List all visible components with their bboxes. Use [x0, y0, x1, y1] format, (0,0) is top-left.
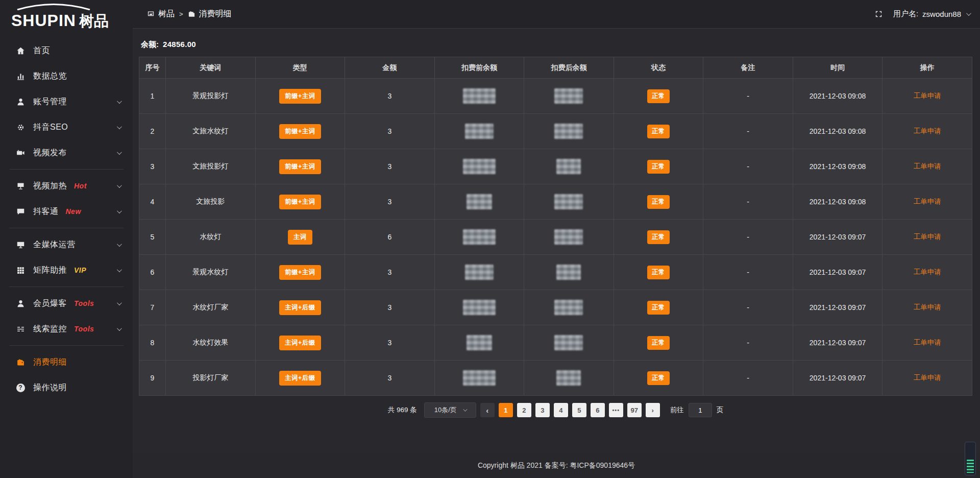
gear-icon [15, 123, 26, 132]
work-order-link[interactable]: 工单申请 [914, 268, 941, 276]
content: 余额:24856.00 序号 关键词 类型 金额 扣费前余额 扣费后余额 状态 … [133, 29, 980, 418]
type-badge: 前缀+主词 [279, 159, 321, 174]
prev-page-button[interactable]: ‹ [480, 403, 495, 417]
sidebar-item-consumption-details[interactable]: 消费明细 [0, 349, 133, 375]
work-order-link[interactable]: 工单申请 [914, 198, 941, 205]
page-button-6[interactable]: 6 [591, 403, 605, 417]
sidebar-item-video-heating[interactable]: 视频加热 Hot [0, 173, 133, 199]
work-order-link[interactable]: 工单申请 [914, 339, 941, 346]
cell-amount: 3 [345, 114, 435, 149]
status-badge: 正常 [647, 125, 670, 138]
breadcrumb-item-root[interactable]: 树品 [147, 9, 175, 19]
copyright-text: Copyright 树品 2021 备案号: 粤ICP备09019646号 [478, 461, 635, 470]
cell-remark: - [703, 255, 793, 290]
sidebar-divider [9, 228, 124, 228]
vip-badge: VIP [74, 266, 86, 274]
app-icon [147, 10, 155, 18]
sidebar-nav: 首页 数据总览 账号管理 抖音SEO 视频发布 [0, 33, 133, 400]
cell-action: 工单申请 [883, 114, 972, 149]
sidebar-item-instructions[interactable]: 操作说明 [0, 375, 133, 400]
bar-chart-icon [15, 72, 26, 81]
floating-widget[interactable] [965, 442, 976, 475]
cell-balance-before [434, 220, 524, 255]
page-size-select[interactable]: 10条/页 [424, 402, 476, 418]
sidebar-item-lead-monitoring[interactable]: 线索监控 Tools [0, 316, 133, 342]
cell-remark: - [703, 184, 793, 220]
work-order-link[interactable]: 工单申请 [914, 303, 941, 311]
work-order-link[interactable]: 工单申请 [914, 374, 941, 381]
redacted-value [465, 124, 494, 139]
work-order-link[interactable]: 工单申请 [914, 162, 941, 170]
breadcrumb-separator: > [179, 10, 183, 18]
cell-index: 9 [139, 361, 166, 396]
cell-action: 工单申请 [883, 184, 972, 220]
table-header-row: 序号 关键词 类型 金额 扣费前余额 扣费后余额 状态 备注 时间 操作 [139, 57, 972, 79]
wallet-icon [188, 10, 195, 18]
cell-index: 8 [139, 325, 166, 361]
cell-time: 2021-12-03 09:07 [793, 255, 883, 290]
page-button-5[interactable]: 5 [572, 403, 586, 417]
status-badge: 正常 [647, 266, 670, 279]
chevron-down-icon [117, 326, 122, 331]
sidebar-item-all-media-operation[interactable]: 全媒体运营 [0, 232, 133, 257]
cell-remark: - [703, 79, 793, 114]
cell-action: 工单申请 [883, 290, 972, 325]
cell-keyword: 文旅水纹灯 [166, 114, 256, 149]
cell-balance-before [434, 255, 524, 290]
cell-remark: - [703, 114, 793, 149]
more-pages-button[interactable]: ••• [609, 403, 623, 417]
breadcrumb-item-current: 消费明细 [188, 9, 232, 19]
sidebar-item-data-overview[interactable]: 数据总览 [0, 63, 133, 89]
pagination-total: 共 969 条 [388, 405, 417, 415]
sidebar: SHUPIN 树品 首页 数据总览 账号管理 抖音SEO [0, 0, 133, 478]
chevron-down-icon [117, 300, 122, 305]
goto-page-input[interactable] [689, 403, 712, 417]
sidebar-item-video-publish[interactable]: 视频发布 [0, 140, 133, 165]
fullscreen-icon[interactable] [874, 10, 883, 18]
work-order-link[interactable]: 工单申请 [914, 92, 941, 100]
user-menu[interactable]: 用户名: zswodun88 [893, 9, 970, 19]
cell-balance-before [434, 361, 524, 396]
page-button-3[interactable]: 3 [535, 403, 550, 417]
sidebar-item-label: 消费明细 [33, 357, 67, 368]
cell-index: 3 [139, 149, 166, 184]
redacted-value [554, 194, 583, 209]
page-size-value: 10条/页 [434, 405, 457, 415]
consumption-table: 序号 关键词 类型 金额 扣费前余额 扣费后余额 状态 备注 时间 操作 1 [139, 57, 972, 396]
redacted-value [463, 159, 496, 174]
work-order-link[interactable]: 工单申请 [914, 233, 941, 241]
cell-amount: 3 [345, 184, 435, 220]
monitor-icon [15, 241, 26, 249]
sidebar-item-member-burst[interactable]: 会员爆客 Tools [0, 291, 133, 316]
cell-keyword: 景观水纹灯 [166, 255, 256, 290]
next-page-button[interactable]: › [646, 403, 660, 417]
page-button-4[interactable]: 4 [554, 403, 568, 417]
pagination: 共 969 条 10条/页 ‹ 1 2 3 4 5 6 ••• 97 › 前往 … [139, 402, 972, 418]
page-button-2[interactable]: 2 [517, 403, 531, 417]
sidebar-item-douyin-seo[interactable]: 抖音SEO [0, 114, 133, 140]
cell-balance-before [434, 114, 524, 149]
sidebar-item-home[interactable]: 首页 [0, 38, 133, 63]
work-order-link[interactable]: 工单申请 [914, 127, 941, 135]
redacted-value [556, 159, 581, 174]
redacted-value [463, 300, 496, 315]
page-button-97[interactable]: 97 [627, 403, 642, 417]
sidebar-item-douketong[interactable]: 抖客通 New [0, 199, 133, 224]
cell-balance-after [524, 220, 614, 255]
balance-label: 余额: [141, 40, 159, 49]
cell-time: 2021-12-03 09:07 [793, 290, 883, 325]
sidebar-item-matrix-boost[interactable]: 矩阵助推 VIP [0, 257, 133, 283]
cell-action: 工单申请 [883, 149, 972, 184]
sidebar-item-label: 首页 [33, 45, 50, 56]
redacted-value [554, 335, 583, 350]
type-badge: 主词+后缀 [279, 300, 321, 315]
cell-keyword: 文旅投影 [166, 184, 256, 220]
video-camera-icon [15, 149, 26, 157]
sidebar-item-account-management[interactable]: 账号管理 [0, 89, 133, 114]
page-button-1[interactable]: 1 [499, 403, 513, 417]
table-row: 9 投影灯厂家 主词+后缀 3 正常 - 2021-12-03 09:07 工单… [139, 361, 972, 396]
balance: 余额:24856.00 [141, 40, 972, 50]
sidebar-item-label: 矩阵助推 [33, 265, 67, 276]
cell-remark: - [703, 290, 793, 325]
cell-type: 前缀+主词 [255, 255, 345, 290]
